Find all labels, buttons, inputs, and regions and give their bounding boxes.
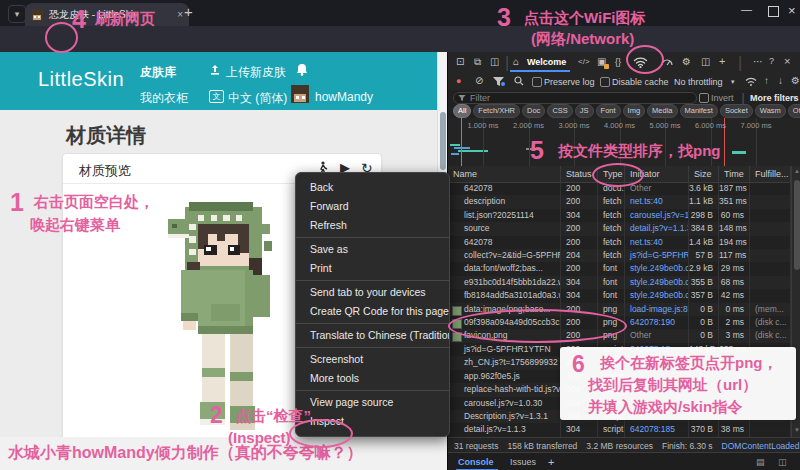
filter-chip-doc[interactable]: Doc	[522, 104, 545, 118]
drawer-dock-icon[interactable]: ▤	[756, 458, 765, 467]
initiator-link[interactable]: net.ts:40	[630, 237, 663, 247]
clear-icon[interactable]: ⊘	[475, 76, 483, 86]
more-filters-button[interactable]: More filters	[750, 94, 799, 103]
devtools-settings-icon[interactable]: ⚙	[682, 57, 691, 67]
network-request-row[interactable]: source200fetchdetail.js?v=1.1.3384 B148 …	[448, 222, 791, 235]
filter-chip-font[interactable]: Font	[596, 104, 621, 118]
nav-language[interactable]: 中文 (简体)	[228, 90, 287, 107]
devtools-close-icon[interactable]: ×	[784, 56, 790, 67]
network-settings-icon[interactable]: ⚙	[791, 76, 800, 86]
context-menu-item-back[interactable]: Back	[296, 178, 449, 197]
drawer-tab-issues[interactable]: Issues	[510, 458, 536, 467]
tab-welcome[interactable]: Welcome	[527, 58, 566, 67]
sources-tab-icon[interactable]: </>	[578, 58, 590, 66]
initiator-link[interactable]: 642078:185	[630, 424, 675, 434]
context-menu-item-print[interactable]: Print	[296, 259, 449, 278]
context-menu-item-create-qr-code-for-this-page[interactable]: Create QR Code for this page	[296, 302, 449, 321]
throttling-select[interactable]: No throttling	[674, 78, 723, 87]
initiator-link[interactable]: detail.js?v=1.1.3	[630, 223, 689, 233]
throttling-dropdown-icon[interactable]: ▾	[731, 78, 735, 85]
more-filters-dropdown-icon: ▾	[793, 94, 797, 101]
import-har-icon[interactable]: ↑	[764, 76, 769, 86]
initiator-link[interactable]: style.249be0b.cs	[630, 263, 689, 273]
card-title: 材质预览	[79, 162, 131, 180]
site-logo[interactable]: LittleSkin	[38, 68, 124, 91]
dock-side-icon[interactable]: ◫	[490, 57, 499, 67]
filter-chip-manifest[interactable]: Manifest	[680, 104, 718, 118]
initiator-link[interactable]: style.249be0b.cs	[630, 277, 689, 287]
context-menu-item-forward[interactable]: Forward	[296, 197, 449, 216]
tab-close-icon[interactable]: ×	[177, 9, 183, 20]
site-header: LittleSkin 皮肤库 我的衣柜 上传新皮肤 文 中文 (简体) howM…	[0, 52, 447, 110]
context-menu-item-more-tools[interactable]: More tools	[296, 369, 449, 388]
filter-chip-other[interactable]: Other	[788, 104, 800, 118]
filter-chip-wasm[interactable]: Wasm	[755, 104, 786, 118]
column-header-fulfille[interactable]: Fulfille...	[750, 166, 791, 182]
nav-upload-skin[interactable]: 上传新皮肤	[226, 64, 286, 81]
performance-tab-icon[interactable]: {}	[615, 58, 621, 67]
nav-skin-library[interactable]: 皮肤库	[140, 64, 176, 81]
panel-layout-icon[interactable]: ◫	[701, 57, 710, 67]
network-request-row[interactable]: e931bc0d14f5bbb1da22.w...304fontstyle.24…	[448, 276, 791, 289]
devtools-help-icon[interactable]: ?	[769, 57, 774, 66]
invert-checkbox[interactable]	[699, 93, 709, 103]
network-request-row[interactable]: list.json?20251114304fetchcarousel.js?v=…	[448, 209, 791, 222]
nav-my-closet[interactable]: 我的衣柜	[140, 90, 188, 107]
filter-chip-fetch-xhr[interactable]: Fetch/XHR	[473, 104, 520, 118]
page-scrollbar-thumb[interactable]	[440, 112, 446, 170]
network-conditions-icon[interactable]	[745, 77, 757, 86]
context-menu-item-refresh[interactable]: Refresh	[296, 216, 449, 235]
network-request-row[interactable]: fb8184add5a3101ad0a3.w...304fontstyle.24…	[448, 289, 791, 302]
initiator-link[interactable]: net.ts:40	[630, 196, 663, 206]
user-avatar[interactable]	[291, 85, 309, 103]
devtools-more-icon[interactable]: ⋯	[753, 57, 763, 67]
filter-chip-css[interactable]: CSS	[547, 104, 572, 118]
inspect-element-icon[interactable]: ⊡	[456, 57, 464, 67]
context-menu-item-save-as[interactable]: Save as	[296, 240, 449, 259]
scroll-down-icon[interactable]: ▼	[794, 427, 800, 433]
filter-chip-socket[interactable]: Socket	[720, 104, 753, 118]
network-request-row[interactable]: 642078200fetchnet.ts:401.4 kB194 ms	[448, 236, 791, 249]
drawer-tab-console[interactable]: Console	[458, 458, 494, 467]
context-menu-item-screenshot[interactable]: Screenshot	[296, 350, 449, 369]
context-menu-item-view-page-source[interactable]: View page source	[296, 393, 449, 412]
window-restore-button[interactable]	[768, 6, 779, 17]
network-request-row[interactable]: detail.js?v=1.1.3304script642078:185370 …	[448, 423, 791, 436]
column-header-size[interactable]: Size	[689, 166, 719, 182]
filter-chip-img[interactable]: Img	[623, 104, 646, 118]
filter-chip-all[interactable]: All	[453, 104, 471, 118]
drawer-add-tab-icon[interactable]: +	[548, 457, 554, 468]
notifications-bell-icon[interactable]	[296, 63, 308, 76]
table-scrollbar-thumb[interactable]	[794, 180, 800, 270]
preserve-log-checkbox[interactable]	[532, 77, 542, 87]
context-menu-item-translate-to-chinese-traditional[interactable]: Translate to Chinese (Traditional)	[296, 326, 449, 345]
disable-cache-checkbox[interactable]	[600, 77, 610, 87]
initiator-link[interactable]: js?id=G-5PFHR1	[630, 250, 689, 260]
add-tab-icon[interactable]: +	[719, 56, 725, 67]
network-request-row[interactable]: collect?v=2&tid=G-5PFHR...204fetchjs?id=…	[448, 249, 791, 262]
record-icon[interactable]: ●	[456, 77, 461, 86]
drawer-expand-icon[interactable]: ◫	[778, 458, 787, 467]
refresh-highlight-circle	[45, 22, 78, 53]
tab-search-icon[interactable]: ▾	[8, 5, 26, 23]
device-emulation-icon[interactable]: ⧉	[474, 57, 481, 67]
timeline-tick-label: 7.000 ms	[741, 121, 772, 130]
scroll-up-icon[interactable]: ▲	[794, 168, 800, 174]
network-request-row[interactable]: description200fetchnet.ts:401.1 kB351 ms	[448, 195, 791, 208]
export-har-icon[interactable]: ↓	[778, 76, 783, 86]
search-icon[interactable]	[514, 76, 524, 86]
username-label[interactable]: howMandy	[315, 90, 373, 104]
initiator-link[interactable]: style.249be0b.cs	[630, 290, 689, 300]
network-request-row[interactable]: data:font/woff2;bas...200fontstyle.249be…	[448, 262, 791, 275]
column-header-time[interactable]: Time	[719, 166, 750, 182]
initiator-link[interactable]: 642078:190	[630, 317, 675, 327]
window-minimize-button[interactable]: —	[741, 3, 752, 15]
context-menu-item-send-tab-to-your-devices[interactable]: Send tab to your devices	[296, 283, 449, 302]
window-close-button[interactable]: ×	[788, 3, 796, 18]
filter-chip-media[interactable]: Media	[647, 104, 677, 118]
initiator-link[interactable]: carousel.js?v=1.0	[630, 210, 689, 220]
new-tab-button[interactable]: +	[184, 3, 193, 20]
column-header-name[interactable]: Name	[448, 166, 561, 182]
initiator-link[interactable]: load-image.js:8	[630, 304, 688, 314]
filter-chip-js[interactable]: JS	[575, 104, 594, 118]
